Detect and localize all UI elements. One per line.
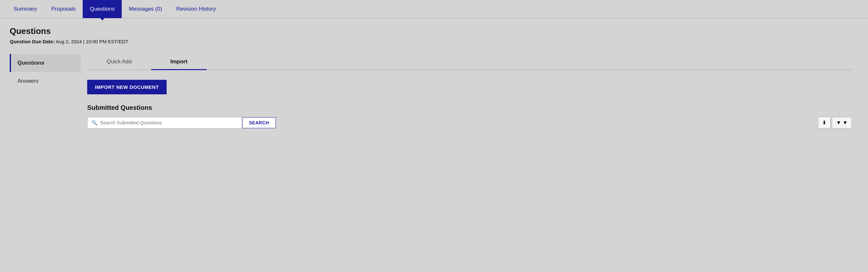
import-btn-container: IMPORT NEW DOCUMENT xyxy=(87,80,852,104)
tab-revision-history[interactable]: Revision History xyxy=(169,0,223,18)
submitted-questions-title: Submitted Questions xyxy=(87,104,852,112)
filter-button[interactable]: ▼ ▼ xyxy=(832,117,852,128)
import-new-document-button[interactable]: IMPORT NEW DOCUMENT xyxy=(87,80,166,94)
download-button[interactable]: ⬇ xyxy=(818,117,831,128)
tab-proposals[interactable]: Proposals xyxy=(44,0,83,18)
search-icon: 🔍 xyxy=(91,120,97,126)
sub-tabs: Quick AddImport xyxy=(87,54,852,70)
sidebar-item-answers[interactable]: Answers xyxy=(10,72,81,90)
content-area: Quick AddImport IMPORT NEW DOCUMENT Subm… xyxy=(81,54,858,128)
filter-label: ▼ xyxy=(842,120,848,126)
search-and-actions: 🔍 SEARCH ⬇ ▼ ▼ xyxy=(87,117,852,128)
tab-questions[interactable]: Questions xyxy=(83,0,122,18)
top-nav: SummaryProposalsQuestionsMessages (0)Rev… xyxy=(0,0,868,19)
sidebar-item-questions[interactable]: Questions xyxy=(10,54,81,72)
tab-summary[interactable]: Summary xyxy=(6,0,44,18)
download-icon: ⬇ xyxy=(822,120,826,126)
due-date-value: Aug 2, 2024 | 10:00 PM EST/EDT xyxy=(56,39,128,44)
due-date-label: Question Due Date: xyxy=(10,39,55,44)
search-box: 🔍 xyxy=(87,117,242,128)
page-title: Questions xyxy=(10,26,858,36)
main-layout: QuestionsAnswers Quick AddImport IMPORT … xyxy=(10,54,858,128)
search-input[interactable] xyxy=(100,120,238,125)
sidebar: QuestionsAnswers xyxy=(10,54,81,128)
tab-messages[interactable]: Messages (0) xyxy=(122,0,169,18)
due-date-row: Question Due Date: Aug 2, 2024 | 10:00 P… xyxy=(10,39,858,44)
sub-tab-import[interactable]: Import xyxy=(151,54,207,69)
sub-tab-quick-add[interactable]: Quick Add xyxy=(87,54,151,69)
filter-icon: ▼ xyxy=(836,120,841,126)
page-content: Questions Question Due Date: Aug 2, 2024… xyxy=(0,19,868,136)
submitted-questions-section: Submitted Questions 🔍 SEARCH ⬇ xyxy=(87,104,852,128)
search-left: 🔍 SEARCH xyxy=(87,117,276,128)
actions-right: ⬇ ▼ ▼ xyxy=(818,117,852,128)
search-button[interactable]: SEARCH xyxy=(242,117,276,128)
